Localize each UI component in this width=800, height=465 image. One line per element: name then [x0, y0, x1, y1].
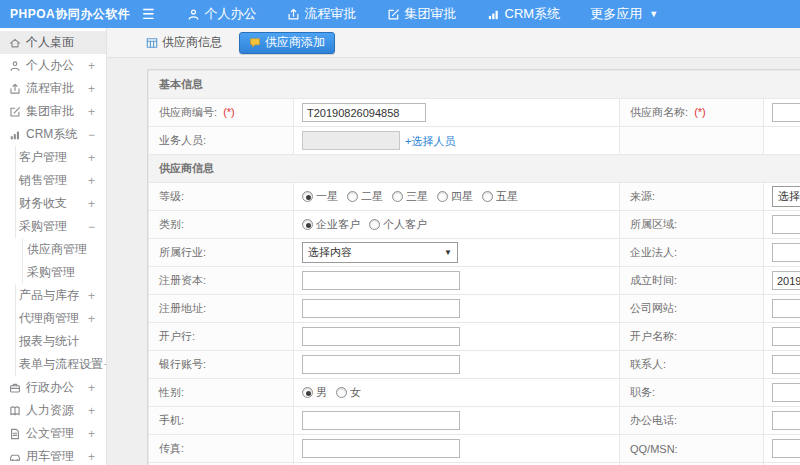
sidebar-item[interactable]: 报表与统计	[0, 330, 106, 353]
expander-icon[interactable]: +	[88, 82, 95, 96]
expander-icon[interactable]: +	[88, 381, 95, 395]
sidebar-item[interactable]: 人力资源+	[0, 399, 106, 422]
label-cell: 传真:	[149, 435, 294, 463]
sidebar-item[interactable]: 产品与库存+	[0, 284, 106, 307]
form-text-input[interactable]	[772, 271, 800, 290]
expander-icon[interactable]: +	[88, 105, 95, 119]
radio-option[interactable]: 企业客户	[302, 218, 360, 230]
form-text-input[interactable]	[772, 215, 800, 234]
form-text-input[interactable]	[302, 271, 460, 290]
sidebar-item[interactable]: 流程审批+	[0, 77, 106, 100]
radio-option[interactable]: 三星	[392, 190, 428, 202]
radio-option[interactable]: 个人客户	[369, 218, 427, 230]
radio-button[interactable]	[302, 219, 313, 230]
radio-option[interactable]: 男	[302, 386, 327, 398]
hamburger-menu-icon[interactable]: ☰	[142, 6, 155, 22]
sidebar-item[interactable]: 供应商管理	[0, 238, 106, 261]
sidebar-item[interactable]: 个人桌面	[0, 31, 106, 54]
form-text-input[interactable]	[302, 327, 460, 346]
radio-button[interactable]	[347, 191, 358, 202]
sidebar-item[interactable]: 客户管理+	[0, 146, 106, 169]
tab[interactable]: 供应商添加	[239, 32, 335, 54]
bubble-icon	[249, 37, 261, 49]
form-text-input[interactable]	[302, 103, 426, 122]
sidebar-item[interactable]: 代理商管理+	[0, 307, 106, 330]
form-text-input[interactable]	[302, 439, 460, 458]
topnav-item[interactable]: 个人办公	[187, 5, 257, 23]
expander-icon[interactable]: +	[88, 404, 95, 418]
field-cell: 一星二星三星四星五星	[294, 183, 620, 211]
radio-button[interactable]	[302, 191, 313, 202]
sidebar-item[interactable]: 用车管理+	[0, 445, 106, 465]
topnav-item[interactable]: 流程审批	[287, 5, 357, 23]
radio-option[interactable]: 二星	[347, 190, 383, 202]
form-text-input[interactable]	[772, 439, 800, 458]
radio-button[interactable]	[482, 191, 493, 202]
radio-option[interactable]: 女	[336, 386, 361, 398]
form-select[interactable]: 选择内容▼	[302, 242, 458, 263]
sidebar-item[interactable]: 个人办公+	[0, 54, 106, 77]
select-person-link[interactable]: +选择人员	[405, 135, 455, 147]
select-value: 选择内容	[778, 189, 800, 204]
topnav-item[interactable]: CRM系统	[487, 5, 561, 23]
sidebar-item[interactable]: 采购管理−	[0, 215, 106, 238]
field-label: 手机:	[159, 414, 184, 426]
sidebar-item-label: 报表与统计	[19, 333, 79, 350]
expander-icon[interactable]: +	[88, 197, 95, 211]
form-text-input[interactable]	[302, 299, 460, 318]
form-text-input[interactable]	[772, 103, 800, 122]
field-cell	[294, 407, 620, 435]
form-text-input[interactable]	[772, 299, 800, 318]
field-cell	[294, 323, 620, 351]
label-cell: 类别:	[149, 211, 294, 239]
tab[interactable]: 供应商信息	[137, 32, 231, 54]
sidebar-item[interactable]: CRM系统−	[0, 123, 106, 146]
form-text-input[interactable]	[772, 411, 800, 430]
form-text-input[interactable]	[772, 243, 800, 262]
radio-button[interactable]	[392, 191, 403, 202]
sidebar-item-label: 个人办公	[26, 57, 74, 74]
expander-icon[interactable]: +	[88, 59, 95, 73]
sidebar-item[interactable]: 财务收支+	[0, 192, 106, 215]
topnav-item[interactable]: 更多应用▼	[590, 5, 658, 23]
radio-option[interactable]: 五星	[482, 190, 518, 202]
expander-icon[interactable]: +	[88, 312, 95, 326]
radio-button[interactable]	[336, 387, 347, 398]
label-cell: 注册地址:	[149, 295, 294, 323]
sidebar-item[interactable]: 集团审批+	[0, 100, 106, 123]
supplier-add-form: 基本信息供应商编号: (*)供应商名称: (*)业务人员:+选择人员供应商信息等…	[147, 69, 800, 465]
radio-button[interactable]	[369, 219, 380, 230]
sidebar-item[interactable]: 采购管理	[0, 261, 106, 284]
sidebar-item[interactable]: 表单与流程设置+	[0, 353, 106, 376]
expander-icon[interactable]: +	[88, 450, 95, 464]
sidebar-item[interactable]: 销售管理+	[0, 169, 106, 192]
sidebar-item-label: 客户管理	[19, 149, 67, 166]
radio-label: 二星	[361, 190, 383, 202]
topnav-item[interactable]: 集团审批	[387, 5, 457, 23]
field-cell	[294, 351, 620, 379]
expander-icon[interactable]: +	[88, 174, 95, 188]
expander-icon[interactable]: −	[88, 220, 95, 234]
radio-option[interactable]: 一星	[302, 190, 338, 202]
field-label: 等级:	[159, 190, 184, 202]
radio-button[interactable]	[302, 387, 313, 398]
sidebar-item[interactable]: 公文管理+	[0, 422, 106, 445]
person-picker-input[interactable]	[302, 131, 400, 150]
radio-option[interactable]: 四星	[437, 190, 473, 202]
form-text-input[interactable]	[302, 411, 460, 430]
expander-icon[interactable]: +	[88, 427, 95, 441]
form-text-input[interactable]	[772, 327, 800, 346]
radio-button[interactable]	[437, 191, 448, 202]
form-text-input[interactable]	[302, 355, 460, 374]
expander-icon[interactable]: +	[88, 151, 95, 165]
form-text-input[interactable]	[772, 355, 800, 374]
form-select[interactable]: 选择内容▼	[772, 186, 800, 207]
field-label: 性别:	[159, 386, 184, 398]
topnav-label: 更多应用	[590, 5, 642, 23]
expander-icon[interactable]: −	[88, 128, 95, 142]
form-text-input[interactable]	[772, 383, 800, 402]
field-cell: 选择内容▼	[764, 183, 800, 211]
label-cell: 公司网站:	[620, 295, 764, 323]
expander-icon[interactable]: +	[88, 289, 95, 303]
sidebar-item[interactable]: 行政办公+	[0, 376, 106, 399]
